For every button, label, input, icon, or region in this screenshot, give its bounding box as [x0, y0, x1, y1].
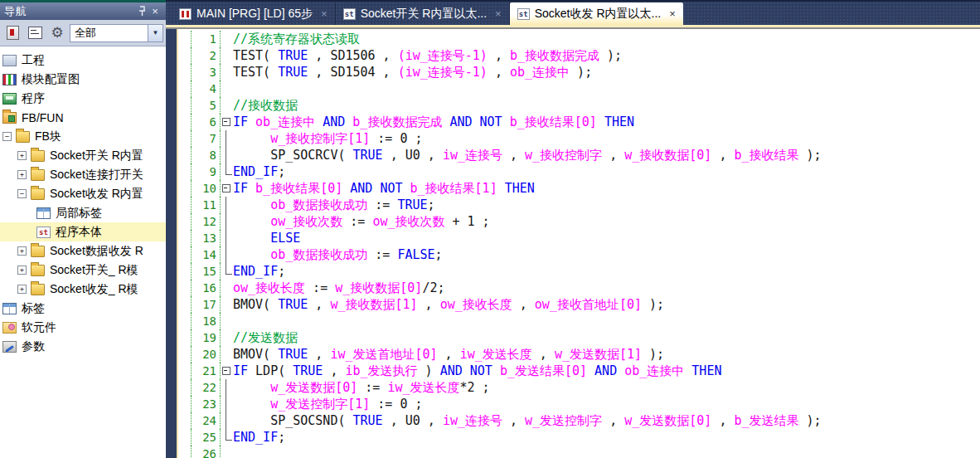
fold-guide [221, 429, 233, 446]
code-text: BMOV( TRUE , iw_发送首地址[0] , iw_发送长度 , w_发… [233, 346, 664, 363]
tree-item-6[interactable]: +Socket连接打开关 [0, 165, 166, 184]
tree-item-5[interactable]: +Socket开关 R内置 [0, 146, 166, 165]
project-icon [2, 55, 17, 66]
tab-close-icon[interactable]: × [669, 8, 676, 19]
code-segment: b_接收结果[0] [510, 114, 597, 129]
code-segment: , [602, 413, 624, 428]
tree-item-label: 局部标签 [56, 206, 102, 221]
tree-expander-icon[interactable]: − [2, 132, 12, 141]
device-filter-button[interactable] [2, 23, 22, 43]
line-number: 2 [191, 47, 221, 64]
code-segment: ow_接收长度 [233, 280, 305, 295]
tree-item-11[interactable]: +Socket开关_ R模 [0, 261, 166, 280]
code-line: 15END_IF; [178, 263, 980, 280]
code-line: 13 ELSE [178, 230, 980, 246]
code-segment: := 0 ; [370, 397, 422, 412]
code-segment: //系统寄存器状态读取 [233, 32, 360, 46]
tab-1[interactable]: Socket开关 R内置以太...× [336, 2, 510, 25]
expand-collapse-icon [28, 27, 42, 39]
tab-0[interactable]: MAIN [PRG] [LD] 65步× [172, 2, 336, 25]
tree-item-13[interactable]: 标签 [0, 299, 166, 318]
folder-icon [31, 188, 45, 200]
code-segment: w_接收控制字 [525, 148, 602, 163]
tree-expander-icon[interactable]: + [17, 246, 27, 256]
filter-dropdown[interactable]: 全部 ▼ [70, 24, 163, 42]
fold-guide [221, 197, 233, 213]
code-line: 16ow_接收长度 := w_接收数据[0]/2; [178, 280, 980, 296]
tree-item-3[interactable]: FB/FUN [0, 108, 166, 127]
line-number: 11 [191, 197, 221, 213]
tree-item-label: Socket连接打开关 [50, 168, 143, 183]
code-segment: b_发送结果[0] [500, 363, 587, 378]
line-number: 24 [191, 412, 221, 429]
tree-item-4[interactable]: −FB块 [0, 127, 166, 146]
code-segment [345, 114, 352, 129]
module-config-icon [2, 74, 17, 85]
code-segment: ) [418, 363, 440, 378]
fold-toggle-icon[interactable] [221, 363, 233, 379]
fold-toggle-icon[interactable] [221, 180, 233, 197]
tree-expander-icon[interactable]: + [17, 285, 27, 294]
code-segment: , [438, 347, 460, 362]
code-segment: NOT [480, 114, 502, 129]
code-segment: , [532, 347, 555, 362]
code-segment: //接收数据 [233, 98, 298, 113]
tab-close-icon[interactable]: × [495, 8, 502, 19]
st-code-editor[interactable]: 1//系统寄存器状态读取2TEST( TRUE , SD1506 , (iw_连… [177, 29, 980, 458]
code-line: 18 [178, 313, 980, 329]
tree-item-14[interactable]: 软元件 [0, 318, 166, 337]
tree-item-15[interactable]: 参数 [0, 337, 166, 356]
code-segment: b_发送结果 [734, 413, 798, 428]
code-line: 5//接收数据 [178, 97, 980, 114]
code-segment: w_发送数据[0] [624, 413, 711, 428]
chevron-down-icon[interactable]: ▼ [148, 25, 163, 41]
line-number: 1 [191, 31, 221, 47]
tree-item-0[interactable]: 工程 [0, 51, 166, 70]
expand-collapse-button[interactable] [25, 23, 45, 43]
code-line: 6IF ob_连接中 AND b_接收数据完成 AND NOT b_接收结果[0… [178, 114, 980, 130]
code-segment: ow_接收次数 [270, 214, 342, 229]
tree-item-10[interactable]: +Socket数据收发 R [0, 241, 166, 261]
code-segment: , [488, 65, 510, 80]
tree-expander-icon[interactable]: + [17, 151, 27, 160]
navigation-title-bar: 导航 × [0, 2, 166, 20]
code-segment: ); [799, 148, 822, 163]
settings-button[interactable]: ⚙ [47, 23, 67, 43]
fold-guide [221, 130, 233, 147]
code-segment: w_发送控制字 [525, 413, 602, 428]
code-text: //系统寄存器状态读取 [233, 31, 360, 47]
fold-guide [221, 47, 233, 64]
code-segment: SP_SOCRCV( [233, 148, 353, 163]
folder-icon [31, 150, 45, 162]
tree-item-8[interactable]: 局部标签 [0, 203, 166, 222]
tree-expander-icon[interactable]: + [17, 266, 27, 275]
code-line: 25END_IF; [178, 429, 980, 446]
line-number: 21 [191, 363, 221, 379]
line-number: 19 [191, 329, 221, 346]
tree-item-12[interactable]: +Socket收发_ R模 [0, 280, 166, 299]
tab-2[interactable]: Socket收发 R内置以太...× [510, 2, 683, 25]
code-lines: 1//系统寄存器状态读取2TEST( TRUE , SD1506 , (iw_连… [178, 29, 980, 458]
tree-item-7[interactable]: −Socket收发 R内置 [0, 184, 166, 203]
code-segment: w_发送数据[1] [555, 347, 642, 362]
pin-icon[interactable] [135, 5, 148, 17]
tree-expander-icon[interactable]: − [17, 189, 27, 198]
fold-guide [221, 263, 233, 280]
tree-item-2[interactable]: 程序 [0, 89, 166, 108]
code-text: //发送数据 [233, 329, 298, 346]
code-line: 8 SP_SOCRCV( TRUE , U0 , iw_连接号 , w_接收控制… [178, 147, 980, 163]
tree-item-label: Socket收发_ R模 [50, 282, 138, 297]
code-segment: := [305, 280, 335, 295]
code-segment: , [711, 413, 734, 428]
tree-item-1[interactable]: 模块配置图 [0, 70, 166, 89]
tree-expander-icon[interactable]: + [17, 170, 27, 179]
tab-close-icon[interactable]: × [321, 8, 327, 19]
code-segment: , [488, 48, 510, 63]
code-segment: := [342, 214, 372, 229]
tree-item-9[interactable]: 程序本体 [0, 222, 166, 241]
close-icon[interactable]: × [148, 5, 162, 17]
fold-toggle-icon[interactable] [221, 114, 233, 130]
code-segment: ); [570, 65, 592, 80]
tree-item-label: 工程 [22, 53, 45, 68]
code-segment: TRUE [278, 65, 308, 80]
